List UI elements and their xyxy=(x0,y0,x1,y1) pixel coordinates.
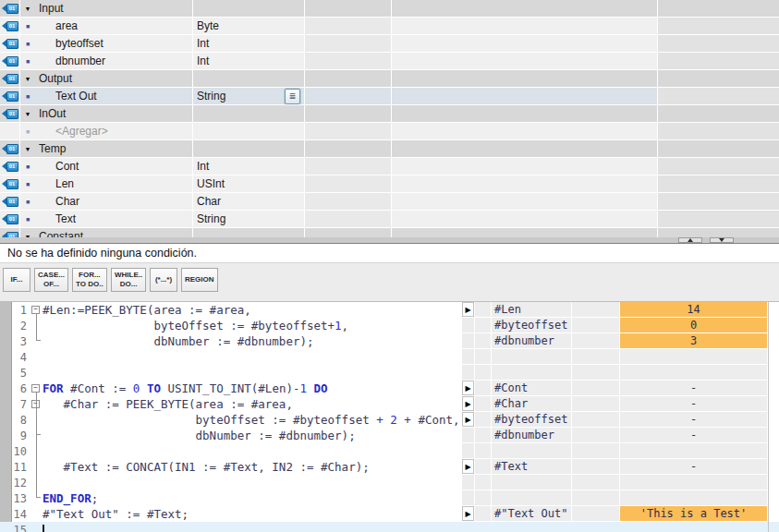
name-cell[interactable]: ■Len xyxy=(20,175,192,192)
interface-section-row[interactable]: 01▼Temp xyxy=(0,140,779,158)
datatype-cell[interactable]: Char xyxy=(193,193,304,210)
scl-code-area[interactable]: 1−#Len:=PEEK_BYTE(area := #area,2 byteOf… xyxy=(0,302,779,532)
collapse-triangle-icon[interactable]: ▼ xyxy=(22,146,33,152)
name-cell[interactable]: ▼Input xyxy=(20,0,192,17)
monitor-operand-name: #byteoffset xyxy=(492,412,571,427)
interface-row[interactable]: 01■dbnumberInt xyxy=(0,53,779,70)
interface-row[interactable]: 01■ContInt xyxy=(0,158,779,175)
section-label: Temp xyxy=(39,142,66,155)
interface-section-row[interactable]: 01▼InOut xyxy=(0,105,779,123)
name-cell[interactable]: ▼Temp xyxy=(20,140,192,157)
monitor-arrow-cell xyxy=(462,428,474,442)
interface-row[interactable]: 01■areaByte xyxy=(0,18,779,35)
code-text: dbNumber := #dbnumber); xyxy=(43,334,314,348)
name-cell[interactable]: ■Cont xyxy=(20,158,192,175)
variable-name[interactable]: dbnumber xyxy=(55,54,105,67)
fold-collapse-box[interactable]: − xyxy=(31,306,40,314)
monitor-value-cell: 0 xyxy=(620,318,767,332)
name-cell[interactable]: ■dbnumber xyxy=(20,53,192,69)
line-number: 15 xyxy=(0,524,30,532)
collapse-triangle-icon[interactable]: ▼ xyxy=(22,6,33,12)
editor-right-scrollbar-track[interactable] xyxy=(768,302,779,532)
text-caret xyxy=(43,525,44,532)
variable-name[interactable]: area xyxy=(55,19,78,32)
interface-row[interactable]: ■<Agregar> xyxy=(0,123,779,140)
interface-section-row[interactable]: 01▼Output xyxy=(0,70,779,88)
interface-scrollbar[interactable] xyxy=(0,237,779,244)
interface-row[interactable]: 01■TextString xyxy=(0,211,779,228)
name-cell[interactable]: ■Text Out xyxy=(20,88,192,104)
snippet-button[interactable]: IF... xyxy=(3,268,30,292)
variable-name[interactable]: Text xyxy=(55,212,76,225)
bullet-icon: ■ xyxy=(22,181,33,187)
name-cell[interactable]: ■<Agregar> xyxy=(20,123,192,139)
snippet-button[interactable]: CASE...OF... xyxy=(34,268,68,292)
datatype-cell[interactable]: Int xyxy=(193,35,304,52)
datatype-cell[interactable] xyxy=(193,70,304,87)
variable-name[interactable]: byteoffset xyxy=(55,37,103,50)
interface-row[interactable]: 01■CharChar xyxy=(0,193,779,211)
fold-collapse-box[interactable]: − xyxy=(31,384,40,393)
snippet-button[interactable]: FOR...TO DO.. xyxy=(72,268,107,292)
monitor-operand-name: #dbnumber xyxy=(492,333,571,348)
variable-name[interactable]: Char xyxy=(55,195,79,208)
name-cell[interactable]: ▼InOut xyxy=(20,105,192,122)
name-cell[interactable]: ■Text xyxy=(20,211,192,227)
row-icon-cell: 01 xyxy=(0,228,19,237)
string-detail-button[interactable]: ≣ xyxy=(285,89,300,104)
datatype-label: String xyxy=(197,212,225,225)
datatype-cell[interactable] xyxy=(193,140,304,157)
code-text: byteOffset := #byteoffset + 2 + #Cont, xyxy=(43,413,460,427)
monitor-operand-name xyxy=(492,443,571,458)
monitor-operand-name xyxy=(492,522,571,532)
variable-name[interactable]: Cont xyxy=(55,160,79,173)
datatype-cell[interactable] xyxy=(193,0,304,17)
datatype-cell[interactable]: String xyxy=(193,211,304,227)
bullet-icon: ■ xyxy=(22,163,33,170)
snippet-button[interactable]: REGION xyxy=(181,268,218,292)
bullet-icon: ■ xyxy=(22,216,33,223)
datatype-label: USInt xyxy=(197,177,225,190)
interface-section-row[interactable]: 01▼Input xyxy=(0,0,779,18)
bullet-icon: ■ xyxy=(22,128,33,135)
monitor-operand-name: #dbnumber xyxy=(492,428,571,442)
monitor-operand-name: #Len xyxy=(492,302,571,317)
add-row-label[interactable]: <Agregar> xyxy=(55,125,108,138)
interface-row[interactable]: 01■Text OutString≣ xyxy=(0,88,779,105)
variable-name[interactable]: Text Out xyxy=(55,90,97,103)
snippet-button[interactable]: WHILE..DO... xyxy=(111,268,146,292)
code-text: END_FOR; xyxy=(43,491,98,505)
monitor-value-cell xyxy=(620,475,767,490)
interface-row[interactable]: 01■byteoffsetInt xyxy=(0,35,779,53)
tag-icon: 01 xyxy=(2,162,18,172)
datatype-cell[interactable]: Byte xyxy=(193,18,304,34)
datatype-cell[interactable]: Int xyxy=(193,53,304,69)
name-cell[interactable]: ▼Output xyxy=(20,70,192,87)
datatype-cell[interactable] xyxy=(193,123,304,139)
snippet-toolbar: IF...CASE...OF...FOR...TO DO..WHILE..DO.… xyxy=(0,263,779,302)
monitor-value-cell: - xyxy=(620,412,767,427)
monitor-arrow-cell xyxy=(462,522,474,532)
name-cell[interactable]: ▼Constant xyxy=(20,228,192,237)
fold-connector-line xyxy=(36,314,41,341)
line-number: 1 xyxy=(0,304,30,317)
scroll-down-button[interactable] xyxy=(710,237,734,243)
block-interface-table[interactable]: 01▼Input01■areaByte01■byteoffsetInt01■db… xyxy=(0,0,779,237)
name-cell[interactable]: ■Char xyxy=(20,193,192,210)
collapse-triangle-icon[interactable]: ▼ xyxy=(22,111,33,117)
datatype-cell[interactable]: USInt xyxy=(193,175,304,192)
name-cell[interactable]: ■area xyxy=(20,18,192,34)
interface-row[interactable]: 01■LenUSInt xyxy=(0,175,779,193)
snippet-button[interactable]: (*...*) xyxy=(150,268,177,292)
interface-section-row[interactable]: 01▼Constant xyxy=(0,228,779,237)
monitor-operand-name: #Cont xyxy=(492,381,571,395)
datatype-cell[interactable] xyxy=(193,228,304,237)
scroll-up-button[interactable] xyxy=(678,237,702,243)
datatype-cell[interactable]: Int xyxy=(193,158,304,175)
datatype-cell[interactable] xyxy=(193,105,304,122)
variable-name[interactable]: Len xyxy=(55,177,74,190)
collapse-triangle-icon[interactable]: ▼ xyxy=(22,76,33,82)
name-cell[interactable]: ■byteoffset xyxy=(20,35,192,52)
monitor-arrow-icon: ▶ xyxy=(462,302,474,317)
datatype-cell[interactable]: String≣ xyxy=(193,88,304,104)
